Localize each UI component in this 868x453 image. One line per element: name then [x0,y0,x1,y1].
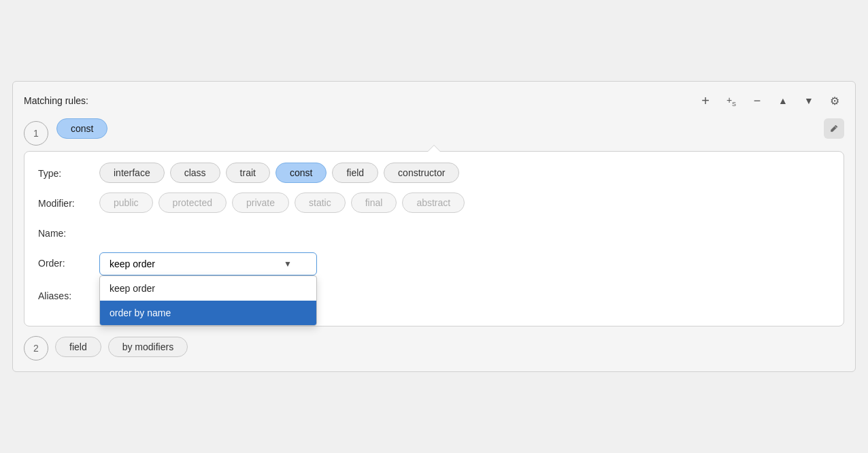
rule-2-row: 2 field by modifiers [24,333,844,360]
rule-1-expand-panel: Type: interface class trait const field … [24,151,844,326]
header-actions: + +S − ▲ ▼ ⚙ [696,91,844,110]
modifier-tag-final[interactable]: final [351,192,397,213]
type-tag-class[interactable]: class [170,163,220,183]
order-option-order-by-name[interactable]: order by name [100,301,316,325]
pencil-icon [829,124,839,133]
rule-1-number: 1 [24,121,48,146]
add-subscript-button[interactable]: +S [722,91,741,110]
type-tag-field[interactable]: field [332,163,378,183]
name-row: Name: [38,222,830,243]
modifier-tag-abstract[interactable]: abstract [402,192,465,213]
rule-1-const-tag[interactable]: const [56,118,107,139]
type-label: Type: [38,163,93,179]
modifier-tag-private[interactable]: private [232,192,289,213]
move-down-button[interactable]: ▼ [799,91,818,110]
modifier-label: Modifier: [38,192,93,209]
name-input-area [99,222,830,243]
type-tag-const[interactable]: const [276,163,327,183]
add-rule-button[interactable]: + [696,91,715,110]
type-tag-interface[interactable]: interface [99,163,165,183]
order-select-container: keep order ▼ keep order order by name [99,252,317,275]
settings-button[interactable]: ⚙ [825,91,844,110]
matching-rules-panel: Matching rules: + +S − ▲ ▼ ⚙ 1 [12,81,856,372]
order-selected-value: keep order [110,258,155,269]
rule-1-row: 1 const [24,118,844,146]
order-select-display[interactable]: keep order ▼ [99,252,317,275]
modifier-tag-static[interactable]: static [295,192,346,213]
type-tag-trait[interactable]: trait [226,163,270,183]
type-tags-group: interface class trait const field constr… [99,163,459,183]
order-option-keep-order[interactable]: keep order [100,276,316,301]
modifier-tag-protected[interactable]: protected [158,192,227,213]
name-label: Name: [38,222,93,239]
move-up-button[interactable]: ▲ [773,91,792,110]
remove-rule-button[interactable]: − [748,91,767,110]
rule-1-edit-button[interactable] [824,118,844,139]
type-row: Type: interface class trait const field … [38,163,830,183]
rule-2-field-tag[interactable]: field [55,337,101,357]
dropdown-arrow-icon: ▼ [284,259,292,269]
order-dropdown-list: keep order order by name [99,275,317,326]
rule-2-number: 2 [24,336,48,360]
modifier-tags-group: public protected private static final ab… [99,192,465,213]
header-row: Matching rules: + +S − ▲ ▼ ⚙ [24,91,844,110]
rule-2-bymodifiers-tag[interactable]: by modifiers [108,337,188,357]
modifier-row: Modifier: public protected private stati… [38,192,830,213]
aliases-label: Aliases: [38,285,93,301]
order-row: Order: keep order ▼ keep order order by … [38,252,830,275]
type-tag-constructor[interactable]: constructor [384,163,459,183]
modifier-tag-public[interactable]: public [99,192,153,213]
order-label: Order: [38,252,93,269]
panel-title: Matching rules: [24,95,88,106]
